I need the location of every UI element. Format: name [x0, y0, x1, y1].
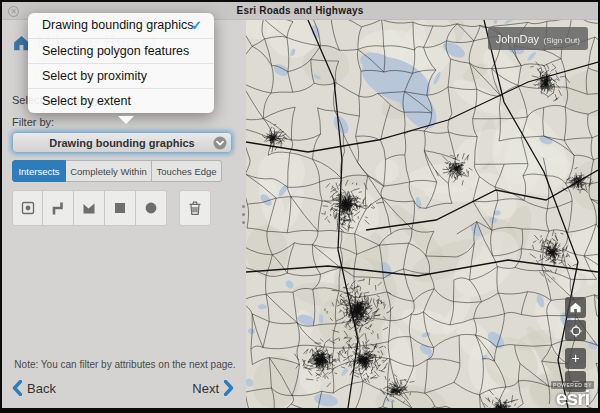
- map-canvas[interactable]: [246, 20, 598, 408]
- zoom-in-icon: +: [571, 349, 579, 368]
- next-label: Next: [192, 381, 219, 396]
- back-label: Back: [27, 381, 56, 396]
- menu-item-drawing-bounding-graphics[interactable]: Drawing bounding graphics ✓: [28, 13, 214, 38]
- selection-method-dropdown[interactable]: Drawing bounding graphics: [12, 132, 232, 153]
- esri-wordmark: esri: [551, 389, 594, 407]
- rectangle-tool-button[interactable]: [105, 190, 136, 226]
- menu-caret: [118, 116, 134, 124]
- trash-icon: [186, 199, 204, 217]
- chevron-down-icon: [213, 136, 227, 150]
- menu-item-label: Selecting polygon features: [42, 44, 189, 58]
- next-button[interactable]: Next: [192, 380, 234, 396]
- close-icon[interactable]: ✕: [8, 6, 19, 17]
- user-name: JohnDay: [496, 33, 539, 45]
- spatial-relation-tabs: Intersects Completely Within Touches Edg…: [12, 160, 222, 182]
- panel-footer: Back Next: [12, 380, 234, 400]
- dropdown-selected-value: Drawing bounding graphics: [49, 137, 194, 149]
- note-text: Note: You can filter by attributes on th…: [12, 359, 238, 370]
- back-button[interactable]: Back: [12, 380, 56, 396]
- rectangle-icon: [111, 199, 129, 217]
- map-home-button[interactable]: [565, 297, 586, 318]
- locate-icon: [569, 324, 583, 338]
- sign-out-link[interactable]: (Sign Out): [544, 36, 580, 45]
- menu-item-select-by-proximity[interactable]: Select by proximity: [28, 63, 214, 88]
- clear-graphics-button[interactable]: [179, 190, 211, 226]
- tab-intersects[interactable]: Intersects: [12, 160, 66, 182]
- polygon-tool-button[interactable]: [74, 190, 105, 226]
- menu-item-select-by-extent[interactable]: Select by extent: [28, 88, 214, 113]
- circle-icon: [142, 199, 160, 217]
- menu-item-label: Select by proximity: [42, 69, 147, 83]
- circle-tool-button[interactable]: [136, 190, 167, 226]
- menu-item-label: Drawing bounding graphics: [42, 18, 193, 32]
- point-icon: [19, 199, 37, 217]
- map-controls: + −: [565, 297, 586, 394]
- selection-method-menu: Drawing bounding graphics ✓ Selecting po…: [28, 13, 214, 113]
- tab-completely-within[interactable]: Completely Within: [66, 160, 152, 182]
- menu-item-label: Select by extent: [42, 94, 131, 108]
- draw-toolbar: [12, 190, 240, 226]
- zoom-in-button[interactable]: +: [565, 348, 586, 369]
- check-icon: ✓: [191, 13, 202, 38]
- user-badge[interactable]: JohnDay (Sign Out): [488, 27, 588, 50]
- map-locate-button[interactable]: [565, 320, 586, 341]
- point-tool-button[interactable]: [12, 190, 43, 226]
- polygon-icon: [80, 199, 98, 217]
- chevron-right-icon: [224, 380, 234, 396]
- polyline-icon: [49, 199, 67, 217]
- window-frame: ✕ Esri Roads and Highways Mileage Report…: [0, 0, 600, 413]
- home-icon: [569, 301, 582, 314]
- esri-logo: POWERED BY esri: [551, 381, 594, 407]
- polyline-tool-button[interactable]: [43, 190, 74, 226]
- app-window: ✕ Esri Roads and Highways Mileage Report…: [2, 2, 598, 408]
- menu-item-selecting-polygon-features[interactable]: Selecting polygon features: [28, 38, 214, 63]
- map-container: JohnDay (Sign Out) + − POWERED BY esri: [246, 20, 598, 408]
- chevron-left-icon: [12, 380, 22, 396]
- tab-touches-edge[interactable]: Touches Edge: [152, 160, 222, 182]
